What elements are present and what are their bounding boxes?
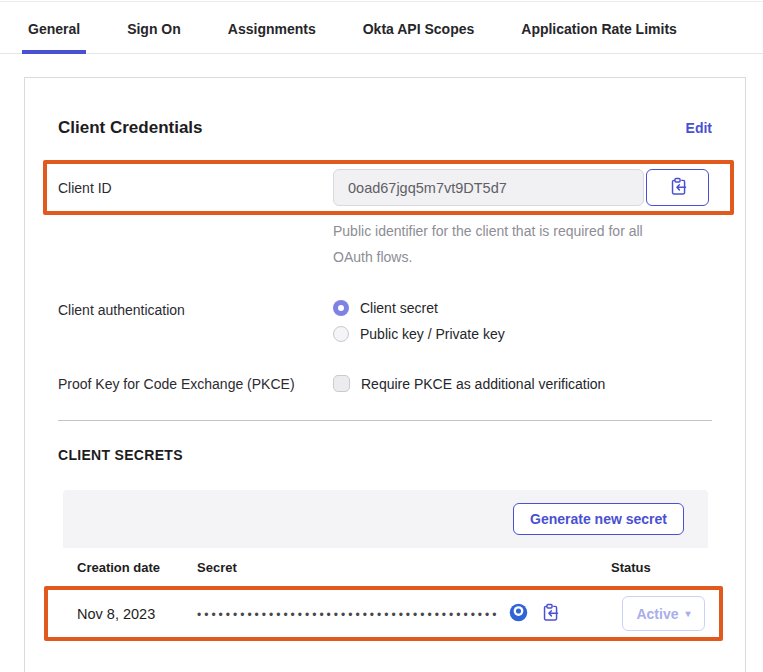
clipboard-copy-icon (668, 177, 687, 199)
checkbox-unchecked-icon[interactable] (333, 375, 350, 392)
radio-selected-icon[interactable] (333, 300, 349, 316)
pkce-label: Proof Key for Code Exchange (PKCE) (58, 376, 333, 392)
client-id-highlight-box: Client ID 0oad67jgq5m7vt9DT5d7 (43, 160, 734, 215)
section-title: Client Credentials (58, 118, 203, 138)
eye-icon (509, 603, 528, 625)
client-credentials-header: Client Credentials Edit (58, 118, 712, 138)
secret-creation-date: Nov 8, 2023 (77, 606, 197, 622)
radio-option-label: Client secret (360, 300, 438, 316)
masked-secret-value: ••••••••••••••••••••••••••••••••••••••••… (197, 607, 499, 621)
radio-option-client-secret[interactable]: Client secret (333, 300, 505, 316)
client-authentication-label: Client authentication (58, 300, 333, 318)
generate-new-secret-button[interactable]: Generate new secret (513, 503, 684, 535)
column-header-secret: Secret (197, 560, 611, 575)
client-id-helper-text: Public identifier for the client that is… (333, 218, 678, 270)
client-id-value: 0oad67jgq5m7vt9DT5d7 (333, 169, 644, 206)
client-id-label: Client ID (58, 180, 333, 196)
secret-status-dropdown[interactable]: Active ▾ (622, 596, 705, 631)
pkce-checkbox-label: Require PKCE as additional verification (361, 376, 605, 392)
section-divider (58, 420, 712, 421)
app-tab-bar: General Sign On Assignments Okta API Sco… (0, 2, 763, 54)
radio-option-label: Public key / Private key (360, 326, 505, 342)
table-row: Nov 8, 2023 ••••••••••••••••••••••••••••… (48, 590, 719, 637)
copy-secret-button[interactable] (540, 603, 559, 625)
client-authentication-row: Client authentication Client secret Publ… (58, 300, 712, 342)
secret-row-highlight-box: Nov 8, 2023 ••••••••••••••••••••••••••••… (44, 586, 723, 641)
tab-sign-on[interactable]: Sign On (121, 21, 187, 54)
status-label: Active (636, 606, 678, 622)
reveal-secret-button[interactable] (509, 603, 528, 625)
radio-unselected-icon[interactable] (333, 326, 349, 342)
pkce-row: Proof Key for Code Exchange (PKCE) Requi… (58, 375, 712, 392)
client-secrets-title: CLIENT SECRETS (58, 447, 712, 463)
client-id-row: Client ID 0oad67jgq5m7vt9DT5d7 (58, 169, 730, 206)
tab-assignments[interactable]: Assignments (222, 21, 322, 54)
clipboard-copy-icon (540, 603, 559, 625)
table-header-row: Creation date Secret Status (63, 548, 708, 586)
tab-okta-api-scopes[interactable]: Okta API Scopes (357, 21, 481, 54)
radio-option-public-private-key[interactable]: Public key / Private key (333, 326, 505, 342)
client-secrets-table: Generate new secret Creation date Secret… (63, 490, 708, 641)
caret-down-icon: ▾ (686, 608, 691, 619)
copy-client-id-button[interactable] (646, 169, 709, 206)
edit-link[interactable]: Edit (686, 120, 712, 136)
column-header-status: Status (611, 560, 708, 575)
client-credentials-card: Client Credentials Edit Client ID 0oad67… (24, 77, 746, 672)
table-toolbar: Generate new secret (63, 490, 708, 548)
pkce-checkbox-option[interactable]: Require PKCE as additional verification (333, 375, 605, 392)
tab-general[interactable]: General (22, 21, 86, 54)
tab-application-rate-limits[interactable]: Application Rate Limits (515, 21, 683, 54)
column-header-creation-date: Creation date (77, 560, 197, 575)
